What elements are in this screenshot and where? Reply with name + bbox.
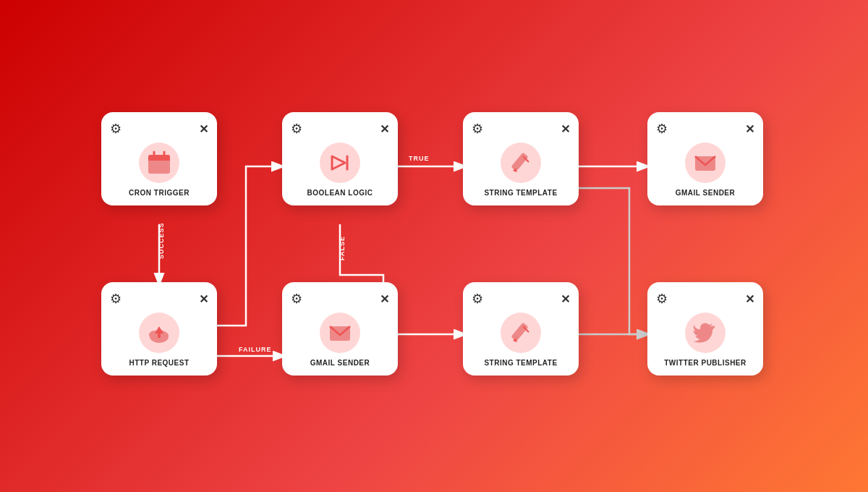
- twitter-publisher-label: TWITTER PUBLISHER: [664, 359, 746, 367]
- pencil-icon-top: [509, 150, 533, 175]
- gmail-bottom-icon-bg: [320, 313, 360, 353]
- node-header-boolean: ⚙ ✕: [291, 121, 389, 137]
- node-gmail-sender-top[interactable]: ⚙ ✕ GMAIL SENDER: [647, 112, 763, 205]
- svg-rect-28: [511, 153, 528, 171]
- pencil-icon-bottom: [509, 321, 533, 345]
- gear-icon-gmail-bottom[interactable]: ⚙: [291, 291, 302, 307]
- svg-rect-24: [158, 333, 161, 338]
- gmail-top-icon-bg: [685, 143, 726, 183]
- svg-rect-18: [152, 169, 156, 171]
- close-icon-cron[interactable]: ✕: [199, 122, 208, 136]
- gmail-sender-top-label: GMAIL SENDER: [676, 189, 736, 197]
- svg-text:FAILURE: FAILURE: [239, 346, 272, 353]
- gear-icon-cron[interactable]: ⚙: [110, 121, 122, 137]
- node-gmail-sender-bottom[interactable]: ⚙ ✕ GMAIL SENDER: [282, 282, 398, 376]
- string-template-top-label: STRING TEMPLATE: [484, 189, 557, 197]
- boolean-logic-icon-bg: [320, 143, 360, 183]
- svg-rect-12: [148, 158, 170, 161]
- logic-icon: [328, 150, 352, 175]
- string-template-bottom-label: STRING TEMPLATE: [484, 359, 557, 367]
- close-icon-string-top[interactable]: ✕: [561, 122, 570, 136]
- gear-icon-string-top[interactable]: ⚙: [472, 121, 483, 137]
- gear-icon-string-bottom[interactable]: ⚙: [472, 291, 483, 307]
- string-template-top-icon-bg: [501, 143, 541, 183]
- svg-marker-25: [332, 156, 345, 169]
- close-icon-string-bottom[interactable]: ✕: [561, 292, 570, 306]
- svg-rect-19: [158, 169, 161, 171]
- node-header-string-bottom: ⚙ ✕: [472, 291, 570, 307]
- node-header-gmail-top: ⚙ ✕: [656, 121, 754, 137]
- node-http-request[interactable]: ⚙ ✕ HTTP REQUEST: [101, 282, 217, 376]
- close-icon-gmail-bottom[interactable]: ✕: [380, 292, 389, 306]
- mail-icon-bottom: [328, 321, 352, 345]
- gear-icon-http[interactable]: ⚙: [110, 291, 122, 307]
- svg-rect-15: [152, 164, 156, 166]
- svg-text:TRUE: TRUE: [409, 155, 430, 162]
- cron-trigger-icon-bg: [139, 143, 179, 183]
- boolean-logic-label: BOOLEAN LOGIC: [307, 189, 373, 197]
- mail-icon-top: [693, 150, 718, 175]
- svg-text:SUCCESS: SUCCESS: [158, 222, 165, 259]
- gear-icon-gmail-top[interactable]: ⚙: [656, 121, 668, 137]
- close-icon-http[interactable]: ✕: [199, 292, 208, 306]
- string-template-bottom-icon-bg: [501, 313, 541, 353]
- upload-cloud-icon: [147, 321, 171, 345]
- svg-marker-23: [155, 326, 163, 334]
- svg-rect-16: [158, 164, 161, 166]
- gear-icon-twitter[interactable]: ⚙: [656, 291, 668, 307]
- close-icon-gmail-top[interactable]: ✕: [745, 122, 754, 136]
- node-header-http: ⚙ ✕: [110, 291, 208, 307]
- http-request-icon-bg: [139, 313, 179, 353]
- node-twitter-publisher[interactable]: ⚙ ✕ TWITTER PUBLISHER: [647, 282, 763, 376]
- http-request-label: HTTP REQUEST: [129, 359, 189, 367]
- svg-rect-17: [163, 164, 166, 166]
- node-header-twitter: ⚙ ✕: [656, 291, 754, 307]
- twitter-icon-bg: [685, 313, 726, 353]
- gear-icon-boolean[interactable]: ⚙: [291, 121, 302, 137]
- svg-text:FALSE: FALSE: [339, 236, 346, 260]
- node-header-string-top: ⚙ ✕: [472, 121, 570, 137]
- svg-rect-31: [511, 323, 528, 342]
- calendar-icon: [147, 150, 171, 175]
- node-cron-trigger[interactable]: ⚙ ✕ CRON TRIGGER: [101, 112, 217, 205]
- node-boolean-logic[interactable]: ⚙ ✕ BOOLEAN LOGIC: [282, 112, 398, 205]
- close-icon-boolean[interactable]: ✕: [380, 122, 389, 136]
- twitter-bird-icon: [693, 321, 718, 345]
- node-string-template-top[interactable]: ⚙ ✕ STRING TEMPLATE: [463, 112, 579, 205]
- cron-trigger-label: CRON TRIGGER: [129, 189, 190, 197]
- close-icon-twitter[interactable]: ✕: [745, 292, 754, 306]
- node-header-gmail-bottom: ⚙ ✕: [291, 291, 389, 307]
- node-string-template-bottom[interactable]: ⚙ ✕ STRING TEMPLATE: [463, 282, 579, 376]
- gmail-sender-bottom-label: GMAIL SENDER: [310, 359, 370, 367]
- node-header-cron-trigger: ⚙ ✕: [110, 121, 208, 137]
